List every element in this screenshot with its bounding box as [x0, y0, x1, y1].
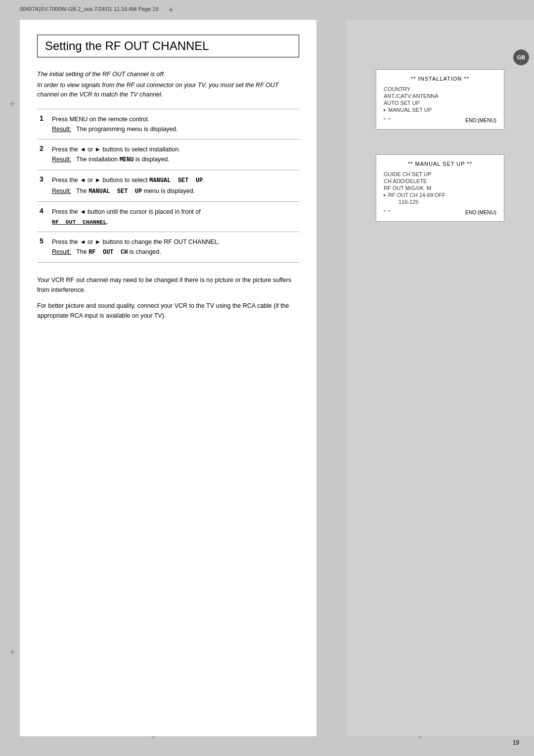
step-2-menu-highlight: MENU: [120, 156, 134, 163]
notes-section: Your VCR RF out channel may need to be c…: [37, 275, 299, 321]
step-1-result-label: Result:: [52, 126, 71, 133]
intro-line1: The initial setting of the RF OUT channe…: [37, 70, 299, 79]
page-title: Setting the RF OUT CHANNEL: [37, 35, 299, 57]
gb-badge: GB: [513, 49, 529, 65]
menu-footer-right-1: END:(MENU): [465, 117, 496, 123]
step-2-result-text: The installation MENU is displayed.: [73, 156, 169, 163]
note-1: Your VCR RF out channel may need to be c…: [37, 275, 299, 295]
page-number-text: 19: [513, 739, 519, 746]
menu-item-manual-setup: MANUAL SET UP: [384, 106, 496, 113]
step-3-result-highlight: MANUAL SET UP: [89, 188, 142, 195]
step-3-content: Press the ◄ or ► buttons to select MANUA…: [49, 170, 299, 201]
step-3-row: 3 Press the ◄ or ► buttons to select MAN…: [37, 170, 299, 201]
crosshair-left-bot: +: [7, 647, 17, 657]
crosshair-header: [169, 5, 177, 13]
installation-menu-footer: " " END:(MENU): [384, 117, 496, 123]
step-4-rf-out-channel: RF OUT CHANNEL: [52, 219, 106, 225]
menu-footer-right-2: END:(MENU): [465, 209, 496, 215]
step-1-result-text: The programming menu is displayed.: [73, 126, 178, 133]
step-3-manual-setup-highlight: MANUAL SET UP: [149, 177, 203, 184]
step-3-result-label: Result:: [52, 188, 71, 194]
step-5-number: 5: [37, 232, 49, 263]
step-1-instruction: Press MENU on the remote control.: [52, 116, 149, 123]
step-2-content: Press the ◄ or ► buttons to select insta…: [49, 140, 299, 170]
gb-badge-text: GB: [517, 54, 526, 60]
menu-item-rf-out-mgik: RF OUT M/G/I/K :M: [384, 185, 496, 191]
step-1-row: 1 Press MENU on the remote control. Resu…: [37, 109, 299, 140]
step-5-rf-out-ch-highlight: RF OUT CH: [89, 249, 128, 256]
menu-item-ch-add-delete: CH ADD/DELETE: [384, 178, 496, 185]
main-content: Setting the RF OUT CHANNEL The initial s…: [20, 20, 316, 736]
step-1-number: 1: [37, 109, 49, 140]
installation-menu-box: ** INSTALLATION ** COUNTRY ANT./CATV:ANT…: [376, 69, 504, 130]
step-3-instruction: Press the ◄ or ► buttons to select MANUA…: [52, 177, 205, 184]
step-5-result-label: Result:: [52, 248, 71, 255]
menu-item-rf-out-ch-range: 116-125: [384, 198, 496, 205]
step-1-content: Press MENU on the remote control. Result…: [49, 109, 299, 140]
step-5-row: 5 Press the ◄ or ► buttons to change the…: [37, 232, 299, 263]
intro-line2: In order to view signals from the RF out…: [37, 82, 278, 98]
step-5-result-text: The RF OUT CH is changed.: [73, 248, 161, 255]
step-2-result-label: Result:: [52, 156, 71, 163]
crosshair-left-mid: +: [7, 99, 17, 109]
installation-menu-title: ** INSTALLATION **: [384, 76, 496, 82]
note-2: For better picture and sound quality, co…: [37, 301, 299, 321]
page-number: 19: [513, 739, 519, 746]
menu-item-auto-setup: AUTO SET UP: [384, 99, 496, 106]
menu-item-ant-catv: ANT./CATV:ANTENNA: [384, 93, 496, 99]
manual-setup-menu-box: ** MANUAL SET UP ** GUIDE CH SET UP CH A…: [376, 154, 504, 222]
menu-item-rf-out-ch: RF OUT CH 14-69:OFF: [384, 191, 496, 198]
step-4-number: 4: [37, 201, 49, 232]
manual-setup-menu-title: ** MANUAL SET UP **: [384, 161, 496, 167]
step-3-result-text: The MANUAL SET UP menu is displayed.: [73, 188, 195, 194]
step-5-instruction: Press the ◄ or ► buttons to change the R…: [52, 238, 220, 245]
menu-footer-left-2: " ": [384, 209, 390, 215]
step-4-content: Press the ◄ button until the cursor is p…: [49, 201, 299, 232]
manual-setup-menu-footer: " " END:(MENU): [384, 209, 496, 215]
menu-item-country: COUNTRY: [384, 86, 496, 93]
step-2-row: 2 Press the ◄ or ► buttons to select ins…: [37, 140, 299, 170]
file-info: 00407A)SV-7000W-GB-2_sea 7/24/01 11:16 A…: [20, 6, 159, 12]
menu-item-guide-ch: GUIDE CH SET UP: [384, 171, 496, 178]
page-header: 00407A)SV-7000W-GB-2_sea 7/24/01 11:16 A…: [20, 5, 177, 13]
step-2-instruction: Press the ◄ or ► buttons to select insta…: [52, 146, 180, 153]
step-3-number: 3: [37, 170, 49, 201]
step-4-instruction: Press the ◄ button until the cursor is p…: [52, 208, 201, 215]
step-5-content: Press the ◄ or ► buttons to change the R…: [49, 232, 299, 263]
menu-footer-left-1: " ": [384, 117, 390, 123]
steps-table: 1 Press MENU on the remote control. Resu…: [37, 109, 299, 263]
step-2-number: 2: [37, 140, 49, 170]
step-4-row: 4 Press the ◄ button until the cursor is…: [37, 201, 299, 232]
intro-text: The initial setting of the RF OUT channe…: [37, 70, 299, 99]
right-sidebar: GB ** INSTALLATION ** COUNTRY ANT./CATV:…: [346, 20, 534, 736]
